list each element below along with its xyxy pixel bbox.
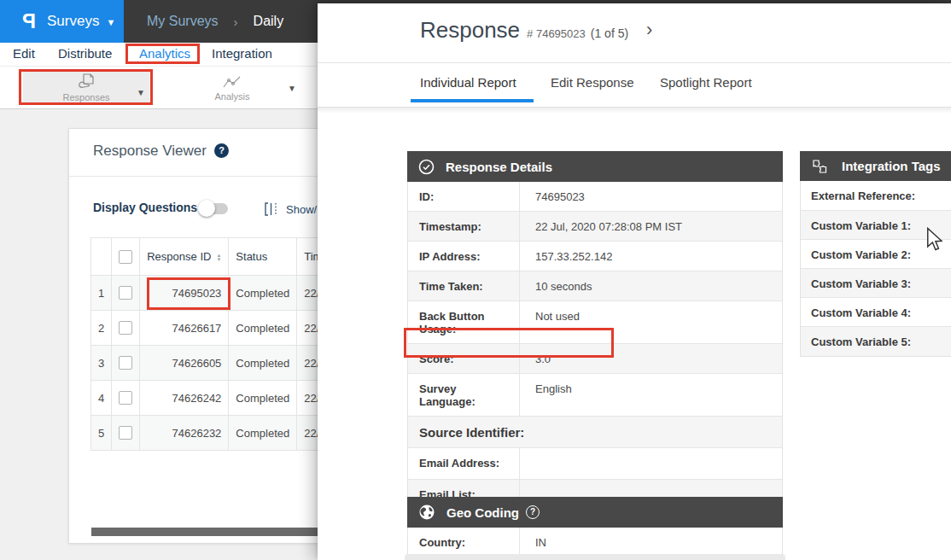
response-id-link[interactable]: 74626617 (140, 311, 229, 346)
annotation-box-response-id (147, 277, 230, 310)
status-cell: Completed (229, 416, 297, 451)
integration-label: Custom Variable 5: (801, 327, 918, 356)
detail-label: Email Address: (408, 448, 520, 479)
table-row: 2 74626617 Completed 22/ (91, 311, 325, 346)
integration-row: Custom Variable 5: (801, 327, 951, 356)
app-window: P Surveys ▼ My Surveys › Daily Edit Dist… (0, 0, 951, 560)
row-number: 4 (91, 381, 112, 416)
detail-row: Country: IN (408, 528, 782, 557)
nav-tab-edit[interactable]: Edit (13, 46, 35, 61)
select-all-header (112, 238, 140, 276)
integration-label: External Reference: (801, 181, 922, 210)
integration-label: Custom Variable 1: (801, 211, 918, 239)
response-viewer-card: Response Viewer ? Display Questions Show… (68, 128, 324, 544)
section-title: Integration Tags (842, 159, 941, 173)
page-title: Response Viewer (93, 143, 207, 160)
detail-value: English (520, 374, 579, 416)
integration-row: Custom Variable 3: (801, 269, 951, 298)
integration-row: External Reference: (801, 181, 951, 211)
show-hide-columns-control[interactable]: Show/H (264, 201, 324, 217)
detail-row: Time Taken: 10 seconds (408, 271, 782, 301)
row-number: 1 (91, 276, 112, 311)
breadcrumb-my-surveys[interactable]: My Surveys (147, 14, 219, 29)
status-cell: Completed (229, 276, 297, 311)
response-ref-number: # 74695023 (527, 27, 586, 40)
row-checkbox-cell (112, 346, 140, 381)
next-response-chevron-icon[interactable]: › (646, 19, 652, 41)
mouse-cursor (926, 227, 942, 251)
detail-label: Survey Language: (408, 374, 520, 416)
row-checkbox[interactable] (119, 356, 132, 370)
sort-icon[interactable]: ▲▼ (216, 254, 221, 262)
integration-label: Custom Variable 2: (801, 240, 918, 268)
geo-coding-section: Geo Coding ? Country: IN (407, 497, 783, 557)
detail-value: 74695023 (520, 182, 592, 211)
detail-row: Source Identifier: (408, 417, 782, 448)
section-title: Response Details (446, 160, 552, 174)
status-cell: Completed (229, 346, 297, 381)
integration-label: Custom Variable 3: (801, 269, 918, 297)
breadcrumb: My Surveys › Daily (124, 0, 283, 43)
select-all-checkbox[interactable] (119, 250, 132, 264)
nav-tab-integration[interactable]: Integration (212, 46, 272, 61)
horizontal-scrollbar-thumb[interactable] (91, 528, 324, 536)
detail-row: Timestamp: 22 Jul, 2020 07:28:08 PM IST (408, 212, 782, 242)
annotation-box-analytics (125, 44, 200, 64)
puzzle-icon (811, 158, 828, 175)
detail-row: Email Address: (408, 448, 782, 480)
nav-tab-distribute[interactable]: Distribute (58, 46, 112, 61)
detail-label: Country: (408, 528, 520, 557)
row-checkbox[interactable] (119, 426, 132, 440)
status-header: Status (229, 238, 297, 276)
annotation-box-responses (19, 69, 153, 105)
response-detail-panel: Response # 74695023 (1 of 5) › Individua… (318, 3, 951, 560)
show-hide-columns-icon (264, 201, 279, 217)
tab-edit-response[interactable]: Edit Response (551, 75, 634, 90)
row-checkbox[interactable] (119, 391, 132, 405)
globe-icon (418, 504, 435, 521)
table-header-row: Response ID▲▼ Status Tim (91, 238, 325, 276)
responses-table: Response ID▲▼ Status Tim 1 74695023 Comp… (90, 237, 324, 451)
table-row: 5 74626232 Completed 22/ (91, 416, 325, 451)
row-number: 5 (91, 416, 112, 451)
row-checkbox[interactable] (119, 286, 132, 300)
detail-value: 157.33.252.142 (520, 242, 619, 271)
shadow (318, 108, 951, 114)
surveys-menu[interactable]: P Surveys ▼ (0, 0, 124, 43)
section-edge (405, 554, 785, 560)
breadcrumb-separator-icon: › (234, 15, 238, 29)
row-checkbox-cell (112, 381, 140, 416)
integration-row: Custom Variable 4: (801, 298, 951, 327)
analysis-button[interactable]: Analysis (196, 71, 268, 105)
panel-title: Response (420, 17, 520, 44)
help-icon[interactable]: ? (214, 143, 229, 158)
tab-spotlight-report[interactable]: Spotlight Report (660, 75, 752, 90)
response-id-link[interactable]: 74626605 (140, 346, 229, 381)
toggle-knob[interactable] (198, 200, 215, 217)
section-title: Geo Coding (446, 505, 519, 520)
chevron-down-icon: ▼ (106, 17, 115, 27)
integration-label: Custom Variable 4: (801, 298, 918, 326)
tab-individual-report[interactable]: Individual Report (420, 75, 516, 90)
detail-label: IP Address: (408, 242, 520, 271)
surveys-menu-label: Surveys (47, 13, 99, 30)
breadcrumb-daily[interactable]: Daily (254, 14, 284, 29)
divider (69, 176, 324, 177)
response-id-link[interactable]: 74626232 (140, 416, 229, 451)
divider (318, 62, 951, 63)
integration-tags-section: Integration Tags External Reference: Cus… (800, 151, 951, 357)
row-checkbox-cell (112, 416, 140, 451)
row-number: 3 (91, 346, 112, 381)
detail-value: IN (520, 528, 553, 557)
table-row: 4 74626242 Completed 22/ (91, 381, 325, 416)
row-checkbox[interactable] (119, 321, 132, 335)
response-id-link[interactable]: 74626242 (140, 381, 229, 416)
response-id-header[interactable]: Response ID▲▼ (140, 238, 229, 276)
analysis-dropdown-caret-icon[interactable]: ▼ (288, 84, 296, 93)
geo-help-icon[interactable]: ? (526, 505, 540, 519)
check-circle-icon (418, 159, 435, 175)
display-questions-toggle[interactable] (201, 203, 228, 214)
detail-value (520, 448, 542, 479)
active-tab-underline (411, 99, 534, 102)
detail-row: IP Address: 157.33.252.142 (408, 242, 782, 271)
